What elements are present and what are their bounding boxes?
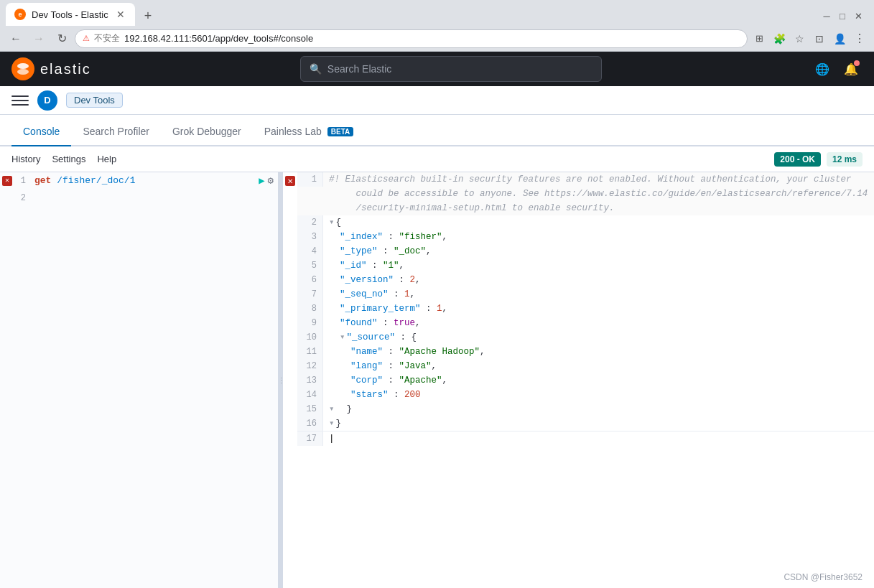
nav-back-button[interactable]: ← <box>6 29 26 49</box>
output-line-14: 14 "stars" : 200 <box>297 388 874 402</box>
security-warning-icon: ⚠ <box>83 34 90 43</box>
out-line-num-12: 12 <box>297 359 323 373</box>
line-settings-button[interactable]: ⚙ <box>268 174 274 188</box>
nav-forward-button[interactable]: → <box>29 29 49 49</box>
output-line-9: 9 "found" : true, <box>297 316 874 330</box>
browser-chrome: e Dev Tools - Elastic ✕ + ─ □ ✕ ← → ↻ ⚠ … <box>0 0 874 52</box>
tab-search-profiler-label: Search Profiler <box>83 126 149 137</box>
out-line-content-16: ▾} <box>323 416 347 431</box>
output-line-1: 1 #! Elasticsearch built-in security fea… <box>297 172 874 187</box>
nav-refresh-button[interactable]: ↻ <box>52 29 72 49</box>
header-icons: 🌐 🔔 <box>811 57 863 80</box>
minimize-button[interactable]: ─ <box>819 9 834 23</box>
out-line-content-1b: could be accessible to anyone. See https… <box>323 187 873 201</box>
dev-tools-badge[interactable]: Dev Tools <box>66 93 123 108</box>
beta-badge: BETA <box>327 127 353 136</box>
history-button[interactable]: History <box>11 154 40 164</box>
elastic-logo-icon <box>11 57 34 80</box>
address-bar[interactable]: ⚠ 不安全 192.168.42.111:5601/app/dev_tools#… <box>75 29 748 48</box>
clear-output-button[interactable]: ✕ <box>283 174 297 188</box>
elastic-logo[interactable]: elastic <box>11 57 91 80</box>
svg-point-1 <box>17 63 29 69</box>
out-line-content-4: "_type" : "_doc", <box>323 244 437 258</box>
output-line-16: 16 ▾} <box>297 416 874 431</box>
output-line-2: 2 ▾{ <box>297 215 874 230</box>
extensions-icon[interactable]: 🧩 <box>771 30 788 47</box>
tab-close-icon[interactable]: ✕ <box>115 9 126 20</box>
line-content-1[interactable]: get /fisher/_doc/1 <box>32 174 259 188</box>
browser-tab[interactable]: e Dev Tools - Elastic ✕ <box>6 3 135 26</box>
bookmark-icon[interactable]: ☆ <box>791 30 808 47</box>
app-toolbar: D Dev Tools <box>0 86 874 115</box>
out-line-num-8: 8 <box>297 302 323 316</box>
profile-icon[interactable]: 👤 <box>831 30 848 47</box>
output-line-1b: could be accessible to anyone. See https… <box>297 187 874 201</box>
output-line-13: 13 "corp" : "Apache", <box>297 373 874 388</box>
translate-icon[interactable]: ⊞ <box>750 30 768 47</box>
out-line-num-3: 3 <box>297 230 323 244</box>
help-button[interactable]: Help <box>97 154 116 164</box>
out-line-content-1: #! Elasticsearch built-in security featu… <box>323 172 857 187</box>
editor-line-1: ✕ 1 get /fisher/_doc/1 ▶ ⚙ <box>0 172 278 190</box>
main-area: ✕ 1 get /fisher/_doc/1 ▶ ⚙ 2 ⋮ ✕ <box>0 172 874 588</box>
out-line-num-5: 5 <box>297 258 323 273</box>
output-line-6: 6 "_version" : 2, <box>297 273 874 287</box>
line-run-button[interactable]: ▶ <box>259 174 264 188</box>
close-button[interactable]: ✕ <box>851 9 865 23</box>
output-code: 1 #! Elasticsearch built-in security fea… <box>283 172 874 446</box>
action-bar: History Settings Help 200 - OK 12 ms <box>0 146 874 172</box>
output-line-7: 7 "_seq_no" : 1, <box>297 287 874 302</box>
tab-search-profiler[interactable]: Search Profiler <box>71 118 161 146</box>
footer-credit: CSDN @Fisher3652 <box>784 572 863 582</box>
out-line-num-13: 13 <box>297 373 323 388</box>
not-secure-label: 不安全 <box>94 32 120 45</box>
output-line-1c: /security-minimal-setup.html to enable s… <box>297 201 874 215</box>
out-line-num-17: 17 <box>297 431 323 446</box>
address-bar-row: ← → ↻ ⚠ 不安全 192.168.42.111:5601/app/dev_… <box>0 26 874 52</box>
out-line-content-8: "_primary_term" : 1, <box>323 302 453 316</box>
tab-painless-lab-label: Painless Lab <box>264 126 322 137</box>
status-badge: 200 - OK <box>774 152 821 167</box>
url-text: 192.168.42.111:5601/app/dev_tools#/conso… <box>124 33 740 44</box>
split-screen-icon[interactable]: ⊡ <box>811 30 828 47</box>
win-controls: ─ □ ✕ <box>819 9 868 26</box>
out-line-content-11: "name" : "Apache Hadoop", <box>323 345 491 359</box>
code-editor: ✕ 1 get /fisher/_doc/1 ▶ ⚙ 2 <box>0 172 278 207</box>
globe-icon-button[interactable]: 🌐 <box>811 57 834 80</box>
new-tab-button[interactable]: + <box>138 6 158 26</box>
output-line-4: 4 "_type" : "_doc", <box>297 244 874 258</box>
settings-button[interactable]: Settings <box>52 154 85 164</box>
browser-menu-icon[interactable]: ⋮ <box>851 30 868 47</box>
out-line-num-15: 15 <box>297 402 323 416</box>
line-number-1: 1 <box>14 174 32 188</box>
elastic-search-bar[interactable]: 🔍 Search Elastic <box>300 56 602 82</box>
output-line-15: 15 ▾ } <box>297 402 874 416</box>
output-pane: ✕ 1 #! Elasticsearch built-in security f… <box>283 172 874 588</box>
timing-badge: 12 ms <box>827 152 863 167</box>
tab-grok-debugger-label: Grok Debugger <box>172 126 241 137</box>
editor-line-2: 2 <box>0 190 278 207</box>
nav-tabs: Console Search Profiler Grok Debugger Pa… <box>0 115 874 146</box>
out-line-num-1: 1 <box>297 172 323 187</box>
line-error-icon[interactable]: ✕ <box>0 176 14 186</box>
out-line-num-7: 7 <box>297 287 323 302</box>
svg-point-2 <box>17 69 29 75</box>
out-line-content-13: "corp" : "Apache", <box>323 373 453 388</box>
tab-grok-debugger[interactable]: Grok Debugger <box>161 118 253 146</box>
out-line-num-16: 16 <box>297 416 323 431</box>
hamburger-menu-button[interactable] <box>11 92 29 109</box>
out-line-content-9: "found" : true, <box>323 316 427 330</box>
out-line-num-11: 11 <box>297 345 323 359</box>
out-line-content-1c: /security-minimal-setup.html to enable s… <box>323 201 620 215</box>
output-line-3: 3 "_index" : "fisher", <box>297 230 874 244</box>
maximize-button[interactable]: □ <box>835 9 850 23</box>
out-line-content-17: | <box>323 431 340 446</box>
user-avatar[interactable]: D <box>37 90 57 111</box>
notifications-button[interactable]: 🔔 <box>840 57 863 80</box>
tab-painless-lab[interactable]: Painless Lab BETA <box>253 118 366 146</box>
out-line-num-10: 10 <box>297 330 323 345</box>
out-line-num-6: 6 <box>297 273 323 287</box>
search-placeholder: Search Elastic <box>327 63 391 75</box>
tab-console[interactable]: Console <box>11 118 71 146</box>
elastic-header: elastic 🔍 Search Elastic 🌐 🔔 <box>0 52 874 86</box>
